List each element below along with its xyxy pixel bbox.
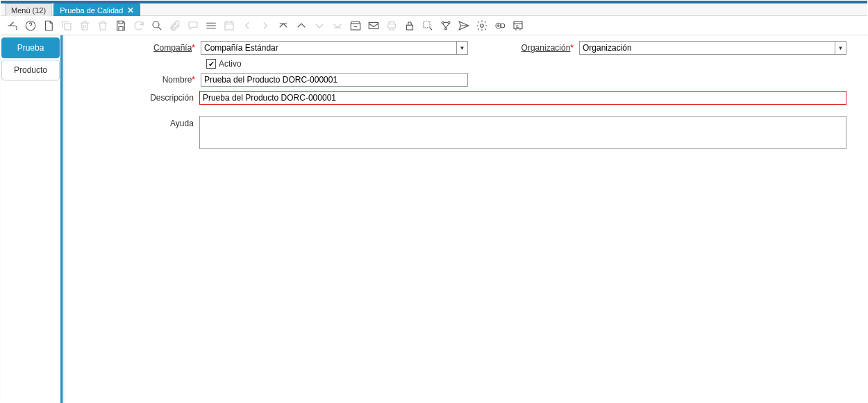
svg-point-10 — [445, 28, 447, 30]
input-organizacion[interactable] — [580, 42, 835, 54]
delete-all-icon — [95, 18, 110, 33]
chat-icon — [185, 18, 201, 33]
zoom-icon[interactable] — [420, 18, 435, 33]
textarea-ayuda[interactable] — [199, 116, 846, 149]
mail-icon[interactable] — [366, 18, 381, 33]
tab-prueba-calidad-label: Prueba de Calidad — [60, 6, 123, 15]
archive-icon[interactable] — [348, 18, 363, 33]
settings-icon[interactable] — [474, 18, 490, 33]
combo-organizacion[interactable]: ▼ — [579, 41, 846, 55]
help-icon[interactable] — [23, 18, 38, 33]
sidetab-prueba[interactable]: Prueba — [1, 37, 60, 58]
input-descripcion[interactable] — [199, 91, 846, 105]
tab-menu-label: Menú (12) — [11, 6, 46, 15]
label-nombre-text: Nombre — [162, 75, 192, 85]
link-organizacion[interactable]: Organización — [521, 43, 571, 53]
new-icon[interactable] — [41, 18, 56, 33]
close-icon[interactable]: ✕ — [127, 6, 134, 15]
sidetab-label: Producto — [14, 65, 47, 75]
workflow-icon[interactable] — [438, 18, 453, 33]
prev-icon — [240, 18, 255, 33]
tab-menu[interactable]: Menú (12) — [5, 3, 52, 16]
dropdown-arrow-icon[interactable]: ▼ — [835, 42, 846, 54]
svg-rect-3 — [225, 22, 233, 29]
copy-icon — [59, 18, 74, 33]
save-icon[interactable] — [113, 18, 128, 33]
next-icon — [258, 18, 273, 33]
tab-prueba-calidad[interactable]: Prueba de Calidad ✕ — [53, 3, 140, 16]
required-marker: * — [192, 75, 195, 85]
date-icon — [222, 18, 237, 33]
label-activo: Activo — [219, 59, 242, 69]
input-compania[interactable] — [201, 42, 456, 54]
label-descripcion-text: Descripción — [150, 93, 194, 103]
svg-rect-7 — [424, 22, 430, 28]
dropdown-arrow-icon[interactable]: ▼ — [456, 42, 467, 54]
label-ayuda: Ayuda — [69, 116, 199, 128]
tab-bar: Menú (12) Prueba de Calidad ✕ — [1, 3, 867, 16]
lock-icon[interactable] — [402, 18, 417, 33]
toolbar — [1, 16, 867, 35]
process-icon[interactable] — [492, 18, 508, 33]
svg-point-2 — [153, 22, 159, 28]
svg-rect-6 — [407, 25, 413, 30]
required-marker: * — [192, 43, 195, 53]
svg-rect-5 — [369, 22, 378, 28]
svg-rect-15 — [514, 22, 522, 29]
svg-rect-1 — [65, 24, 71, 30]
form-content: Compañía* ▼ Organización* ▼ ✔ Activo — [63, 35, 867, 403]
expand-down-icon — [330, 18, 345, 33]
sidebar: Prueba Producto — [1, 35, 63, 403]
up-icon[interactable] — [294, 18, 309, 33]
search-icon[interactable] — [149, 18, 165, 33]
label-organizacion: Organización* — [521, 43, 579, 53]
sidetab-label: Prueba — [17, 43, 44, 53]
label-compania: Compañía* — [69, 43, 201, 53]
refresh-icon — [131, 18, 147, 33]
svg-point-9 — [448, 22, 450, 24]
delete-icon — [77, 18, 92, 33]
input-nombre[interactable] — [201, 73, 468, 87]
send-icon[interactable] — [456, 18, 471, 33]
report-icon[interactable] — [510, 18, 526, 33]
grid-icon[interactable] — [203, 18, 219, 33]
attach-icon — [167, 18, 183, 33]
required-marker: * — [570, 43, 574, 53]
svg-point-11 — [481, 24, 484, 27]
label-nombre: Nombre* — [69, 75, 201, 85]
svg-point-14 — [498, 24, 499, 26]
svg-point-8 — [442, 22, 444, 24]
label-ayuda-text: Ayuda — [170, 119, 194, 128]
sidetab-producto[interactable]: Producto — [1, 60, 60, 80]
combo-compania[interactable]: ▼ — [201, 41, 468, 55]
link-compania[interactable]: Compañía — [153, 43, 192, 53]
checkbox-activo[interactable]: ✔ — [206, 59, 216, 69]
label-descripcion: Descripción — [69, 93, 199, 103]
back-icon[interactable] — [5, 18, 20, 33]
print-icon — [384, 18, 399, 33]
expand-up-icon[interactable] — [276, 18, 291, 33]
down-icon — [312, 18, 327, 33]
